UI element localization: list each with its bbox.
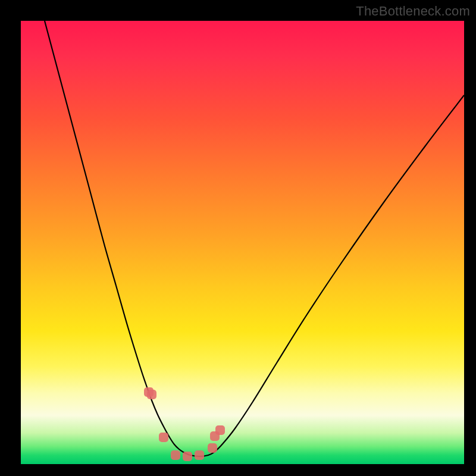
curve-marker xyxy=(183,452,192,461)
watermark-text: TheBottleneck.com xyxy=(356,4,470,19)
chart-frame: TheBottleneck.com xyxy=(0,0,476,476)
plot-area xyxy=(21,21,464,464)
curve-svg xyxy=(21,21,464,464)
curve-marker xyxy=(215,425,225,435)
curve-marker xyxy=(147,390,156,399)
bottleneck-curve xyxy=(45,21,464,456)
curve-marker xyxy=(171,450,180,460)
curve-marker xyxy=(159,433,168,442)
curve-markers xyxy=(144,387,225,461)
curve-marker xyxy=(208,443,217,453)
curve-marker xyxy=(195,450,204,460)
